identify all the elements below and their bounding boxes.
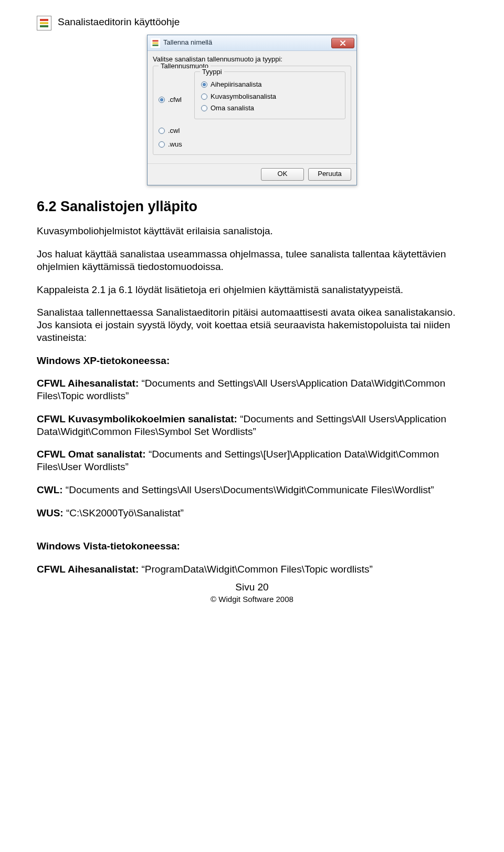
radio-dot-icon [159,128,165,134]
radio-dot-icon [201,81,207,88]
radio-kuvasymboli[interactable]: Kuvasymbolisanalista [201,92,339,101]
svg-rect-2 [40,25,48,27]
page-header: Sanalistaeditorin käyttöohje [37,16,467,30]
body-paragraph: Jos haluat käyttää sanalistaa useammassa… [37,248,467,273]
radio-dot-icon [159,97,165,103]
radio-label: .cfwl [168,96,182,104]
dialog-titlebar: Tallenna nimellä [148,35,356,51]
path-label: CFWL Kuvasymbolikokoelmien sanalistat: [37,413,237,424]
radio-oma[interactable]: Oma sanalista [201,104,339,112]
svg-rect-0 [40,19,48,21]
svg-rect-3 [152,40,158,41]
footer-page-number: Sivu 20 [37,581,467,594]
body-paragraph: Kuvasymboliohjelmistot käyttävät erilais… [37,225,467,237]
ok-button[interactable]: OK [261,168,304,181]
close-button[interactable] [331,38,354,48]
radio-label: .cwl [168,127,180,135]
path-label: CFWL Aihesanalistat: [37,378,139,389]
xp-heading: Windows XP-tietokoneessa: [37,355,467,367]
radio-dot-icon [201,93,207,100]
vista-heading: Windows Vista-tietokoneessa: [37,540,467,553]
radio-aihepiiri[interactable]: Aihepiirisanalista [201,80,339,89]
radio-cfwl[interactable]: .cfwl [159,96,182,104]
path-value: “Documents and Settings\All Users\Docume… [63,484,434,495]
path-item: CFWL Kuvasymbolikokoelmien sanalistat: “… [37,413,467,438]
svg-rect-1 [40,22,48,24]
radio-cwl[interactable]: .cwl [159,127,345,135]
radio-label: Aihepiirisanalista [211,80,262,89]
path-item: CFWL Aihesanalistat: “ProgramData\Widgit… [37,563,467,576]
radio-label: Oma sanalista [211,104,254,112]
path-label: CFWL Aihesanalistat: [37,564,139,575]
header-title: Sanalistaeditorin käyttöohje [58,16,180,28]
footer-copyright: © Widgit Software 2008 [37,595,467,605]
app-icon [37,16,51,30]
svg-rect-4 [152,42,158,44]
dialog-title: Tallenna nimellä [163,38,331,47]
cancel-button[interactable]: Peruuta [308,168,351,181]
path-item: CFWL Aihesanalistat: “Documents and Sett… [37,377,467,402]
radio-dot-icon [159,141,165,148]
path-value: “C:\SK2000Työ\Sanalistat” [64,507,184,518]
path-label: CWL: [37,484,63,495]
type-group-label: Tyyppi [200,68,224,76]
radio-label: Kuvasymbolisanalista [211,92,276,101]
dialog-button-row: OK Peruuta [148,163,356,185]
path-label: CFWL Omat sanalistat: [37,449,146,460]
save-as-dialog: Tallenna nimellä Valitse sanalistan tall… [147,35,357,185]
path-item: CWL: “Documents and Settings\All Users\D… [37,484,467,496]
path-item: CFWL Omat sanalistat: “Documents and Set… [37,448,467,473]
format-groupbox: Tallennusmuoto .cfwl Tyyppi [153,66,351,154]
body-paragraph: Kappaleista 2.1 ja 6.1 löydät lisätietoj… [37,284,467,296]
type-groupbox: Tyyppi Aihepiirisanalista Kuvasymbolisan… [194,71,345,119]
radio-label: .wus [168,140,182,149]
svg-rect-5 [152,44,158,46]
dialog-app-icon [151,38,160,48]
path-value: “ProgramData\Widgit\Common Files\Topic w… [139,564,373,575]
radio-wus[interactable]: .wus [159,140,345,149]
section-heading: 6.2 Sanalistojen ylläpito [37,198,467,216]
radio-dot-icon [201,105,207,111]
path-item: WUS: “C:\SK2000Työ\Sanalistat” [37,507,467,519]
path-label: WUS: [37,507,64,518]
body-paragraph: Sanalistaa tallennettaessa Sanalistaedit… [37,306,467,344]
